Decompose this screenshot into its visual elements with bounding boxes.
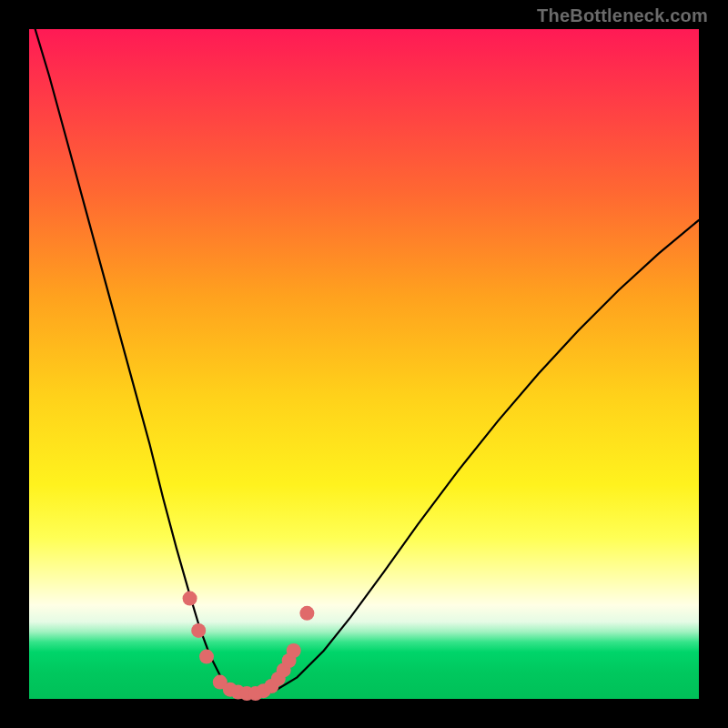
- watermark-text: TheBottleneck.com: [537, 5, 708, 26]
- plot-area: [29, 29, 699, 699]
- outer-frame: TheBottleneck.com: [0, 0, 728, 728]
